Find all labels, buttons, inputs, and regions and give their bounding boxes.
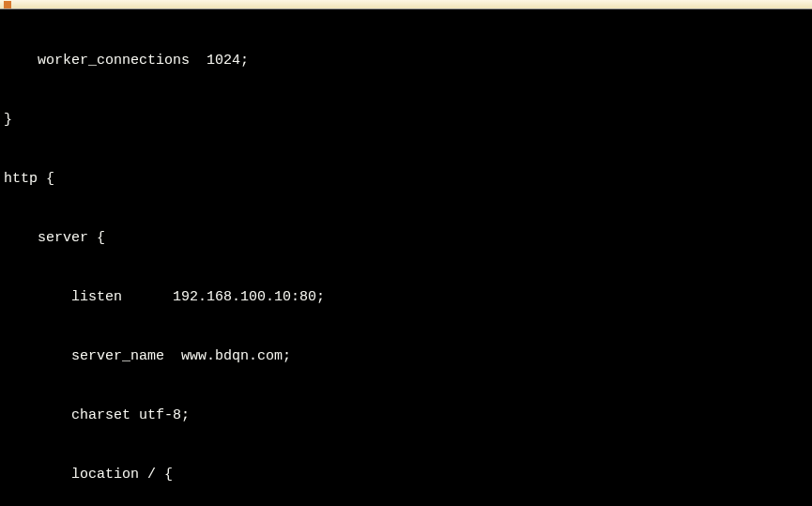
tab-icon [4,1,11,8]
terminal-viewport[interactable]: worker_connections 1024; } http { server… [0,9,812,506]
code-line: server_name www.bdqn.com; [4,346,808,366]
code-line: listen 192.168.100.10:80; [4,287,808,307]
code-line: } [4,110,808,130]
code-line: server { [4,228,808,248]
code-line: charset utf-8; [4,406,808,425]
code-line: http { [4,169,808,189]
title-bar [0,0,812,9]
code-line: location / { [4,465,808,484]
code-line: worker_connections 1024; [4,51,808,70]
